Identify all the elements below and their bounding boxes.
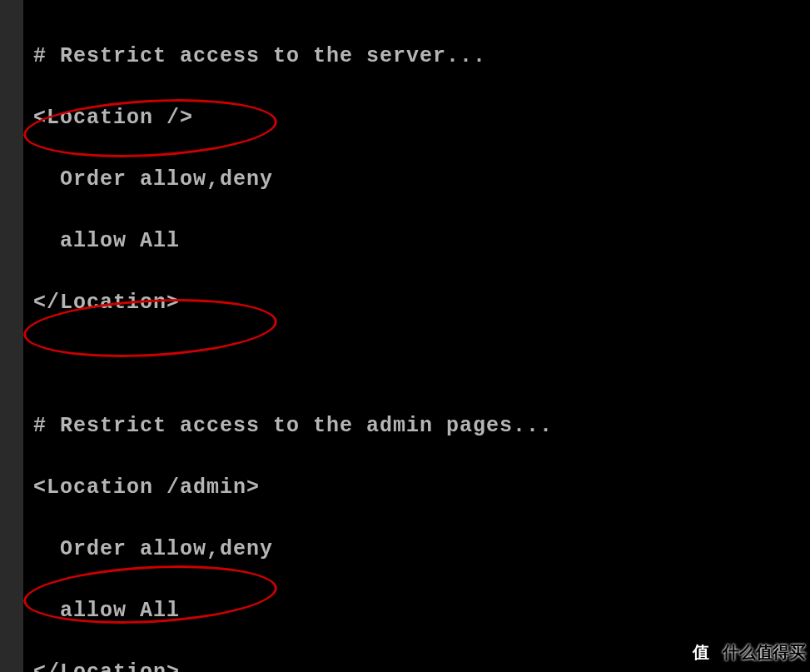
config-allow-directive: allow All [33,595,606,626]
config-allow-directive: allow All [33,226,606,256]
config-location-open: <Location /admin> [33,472,606,503]
watermark-badge-icon: 值 [686,637,716,667]
config-comment: # Restrict access to the admin pages... [33,411,606,441]
config-file-content[interactable]: # Restrict access to the server... <Loca… [33,10,606,672]
watermark-text: 什么值得买 [723,641,806,664]
config-comment: # Restrict access to the server... [33,41,606,72]
editor-gutter [0,0,23,672]
blank-line [33,349,606,380]
config-location-close: </Location> [33,287,606,318]
config-location-close: </Location> [33,657,606,672]
config-order-directive: Order allow,deny [33,534,606,565]
watermark: 值 什么值得买 [686,637,806,667]
config-location-open: <Location /> [33,102,606,133]
config-order-directive: Order allow,deny [33,164,606,195]
